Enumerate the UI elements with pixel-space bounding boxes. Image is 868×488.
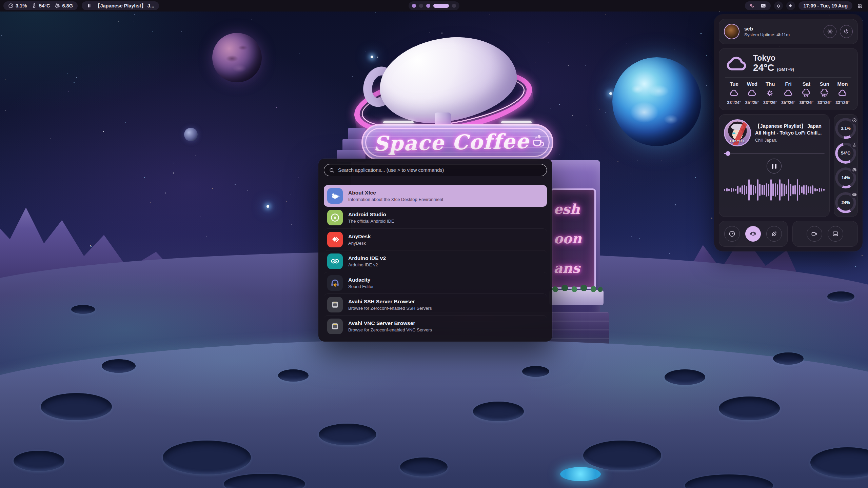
app-description: Arduino IDE v2 (348, 262, 386, 267)
moon-foreground (0, 340, 868, 488)
app-name: Avahi VNC Server Browser (348, 320, 432, 326)
app-name: Arduino IDE v2 (348, 255, 386, 261)
speedometer-icon (851, 117, 858, 124)
screen-record-button[interactable] (807, 226, 822, 242)
app-row-anydesk[interactable]: AnyDesk AnyDesk (324, 228, 547, 250)
desktop: esh oon ans Space Coffee (0, 0, 868, 488)
cloud-icon (729, 89, 739, 98)
app-description: Browse for Zeroconf-enabled VNC Servers (348, 327, 432, 332)
thermometer-icon (851, 141, 858, 149)
mem-value: 6.8G (62, 3, 73, 8)
workspace-dot-4-active[interactable] (433, 4, 449, 8)
coffee-cup-icon (533, 140, 541, 146)
workspace-dot-5[interactable] (452, 4, 456, 8)
sign-text: Space Coffee (362, 124, 552, 161)
cpu-stat: 3.1% (8, 3, 27, 8)
temp-value: 54°C (39, 3, 50, 8)
workspace-dot-3[interactable] (426, 4, 430, 8)
shop-neon-window: esh oon ans (550, 188, 596, 289)
gear-icon (827, 28, 833, 35)
app-grid-icon[interactable] (856, 1, 865, 10)
workspace-dot-2[interactable] (419, 4, 423, 8)
network-port-icon (327, 319, 343, 334)
track-artist: Chill Japan. (755, 138, 825, 143)
top-bar: 3.1% 54°C 6.8G 【Japanese Playlist】 J... (0, 0, 868, 12)
rain-cloud-icon (801, 89, 811, 98)
audacity-icon (327, 275, 343, 291)
search-input[interactable] (338, 167, 542, 173)
system-gauges: 3.1% 54°C 14% 24% (834, 114, 858, 217)
speedometer-icon (8, 3, 14, 8)
cloud-icon (783, 89, 793, 98)
cloud-icon (837, 89, 848, 98)
speedometer-icon (729, 230, 735, 237)
clock-pill[interactable]: 17:09 - Tue, 19 Aug (798, 1, 852, 10)
phone-icon[interactable] (750, 3, 755, 8)
disk-gauge: 24% (835, 192, 856, 213)
pause-button[interactable] (767, 159, 782, 174)
temperature-gauge: 54°C (835, 143, 856, 164)
pause-icon (86, 3, 92, 8)
power-icon (843, 28, 849, 35)
cloud-icon (725, 55, 748, 72)
balanced-mode-button[interactable] (745, 226, 761, 242)
app-row-android-studio[interactable]: Android Studio The official Android IDE (324, 207, 547, 228)
app-row-avahi-ssh[interactable]: Avahi SSH Server Browser Browse for Zero… (324, 293, 547, 315)
search-icon (329, 167, 335, 173)
mem-stat: 6.8G (55, 3, 73, 8)
app-description: AnyDesk (348, 241, 371, 246)
system-uptime: System Uptime: 4h11m (744, 32, 790, 37)
weather-timezone: (GMT+9) (777, 67, 794, 72)
volume-icon[interactable] (786, 1, 795, 10)
scales-icon (750, 230, 756, 237)
weather-temperature: 24°C (753, 62, 774, 73)
space-coffee-sign: Space Coffee (361, 124, 553, 161)
thermometer-icon (32, 3, 37, 8)
screenshot-button[interactable] (828, 226, 843, 242)
forecast-day: Wed 35°/25° (743, 81, 761, 105)
app-description: Information about the Xfce Desktop Envir… (348, 197, 443, 202)
settings-button[interactable] (824, 25, 836, 38)
app-description: Sound Editor (348, 284, 374, 289)
active-window-pill[interactable]: 【Japanese Playlist】 J... (82, 1, 159, 10)
sun-cloud-icon (765, 89, 775, 98)
weather-widget: Tokyo 24°C (GMT+9) Tue 33°/24° Wed (719, 48, 858, 110)
active-window-title: 【Japanese Playlist】 J... (95, 3, 154, 9)
app-name: Avahi SSH Server Browser (348, 299, 432, 305)
seek-track (724, 153, 825, 154)
app-name: About Xfce (348, 190, 443, 196)
seek-bar[interactable] (724, 151, 825, 156)
search-box[interactable] (324, 164, 547, 176)
app-description: Browse for Zeroconf-enabled SSH Servers (348, 306, 432, 311)
glowing-crater-pool (560, 467, 601, 481)
app-description: The official Android IDE (348, 219, 394, 224)
forecast-day: Fri 35°/26° (780, 81, 797, 105)
leaf-icon (771, 230, 777, 237)
dashboard-panel: seb System Uptime: 4h11m Tokyo (714, 14, 863, 251)
app-name: AnyDesk (348, 233, 371, 240)
app-row-about-xfce[interactable]: About Xfce Information about the Xfce De… (324, 185, 547, 207)
chip-icon (851, 166, 858, 174)
cpu-value: 3.1% (16, 3, 27, 8)
notifications-bell-icon[interactable] (774, 1, 783, 10)
powersave-mode-button[interactable] (766, 226, 782, 242)
app-row-avahi-vnc[interactable]: Avahi VNC Server Browser Browse for Zero… (324, 315, 547, 337)
workspace-dot-1[interactable] (412, 4, 416, 8)
track-title: 【Japanese Playlist】 Japan All Night - To… (755, 123, 825, 136)
temp-stat: 54°C (32, 3, 50, 8)
chip-icon (55, 3, 60, 8)
power-button[interactable] (840, 25, 853, 38)
network-port-icon (327, 297, 343, 312)
arduino-icon (327, 253, 343, 269)
cloud-icon (747, 89, 757, 98)
wallpaper-icon[interactable] (761, 3, 766, 8)
app-row-audacity[interactable]: Audacity Sound Editor (324, 272, 547, 293)
app-row-arduino[interactable]: Arduino IDE v2 Arduino IDE v2 (324, 250, 547, 272)
performance-mode-button[interactable] (724, 226, 740, 242)
workspace-indicator[interactable] (409, 1, 459, 10)
avatar[interactable] (724, 24, 739, 39)
app-name: Audacity (348, 277, 374, 283)
sign-lights (383, 121, 532, 123)
clock-text: 17:09 - Tue, 19 Aug (803, 3, 848, 8)
seek-handle[interactable] (726, 151, 730, 156)
